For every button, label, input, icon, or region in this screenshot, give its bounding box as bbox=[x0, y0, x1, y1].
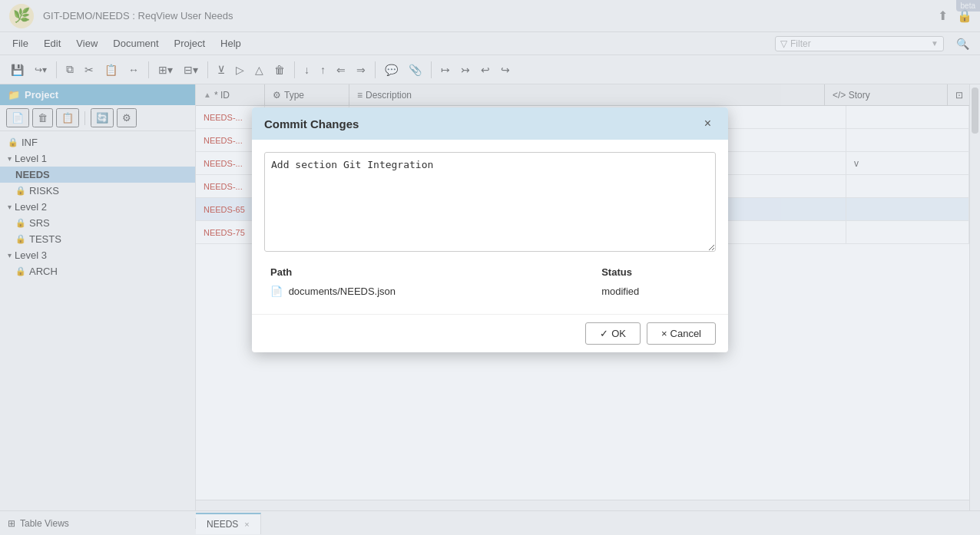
commit-modal: Commit Changes × Path Status 📄 documents… bbox=[252, 107, 728, 352]
modal-header: Commit Changes × bbox=[252, 107, 728, 140]
file-row: 📄 documents/NEEDS.json modified bbox=[264, 281, 716, 302]
status-col-header: Status bbox=[595, 263, 716, 281]
ok-label: OK bbox=[611, 328, 626, 339]
ok-check-icon: ✓ bbox=[600, 328, 608, 339]
path-col-header: Path bbox=[264, 263, 595, 281]
file-icon: 📄 bbox=[270, 286, 283, 297]
modal-close-button[interactable]: × bbox=[700, 115, 716, 132]
cancel-button[interactable]: × Cancel bbox=[647, 322, 716, 345]
modal-footer: ✓ OK × Cancel bbox=[252, 314, 728, 352]
file-status-cell: modified bbox=[595, 281, 716, 302]
modal-body: Path Status 📄 documents/NEEDS.json modif… bbox=[252, 140, 728, 314]
ok-button[interactable]: ✓ OK bbox=[585, 322, 641, 345]
file-table: Path Status 📄 documents/NEEDS.json modif… bbox=[264, 263, 716, 302]
modal-overlay: Commit Changes × Path Status 📄 documents… bbox=[0, 0, 980, 535]
cancel-label: Cancel bbox=[670, 328, 701, 339]
file-path-cell: 📄 documents/NEEDS.json bbox=[264, 281, 595, 302]
modal-title: Commit Changes bbox=[264, 117, 359, 130]
file-path-text: documents/NEEDS.json bbox=[289, 286, 396, 297]
commit-message-input[interactable] bbox=[264, 152, 716, 252]
cancel-x-icon: × bbox=[661, 328, 667, 339]
